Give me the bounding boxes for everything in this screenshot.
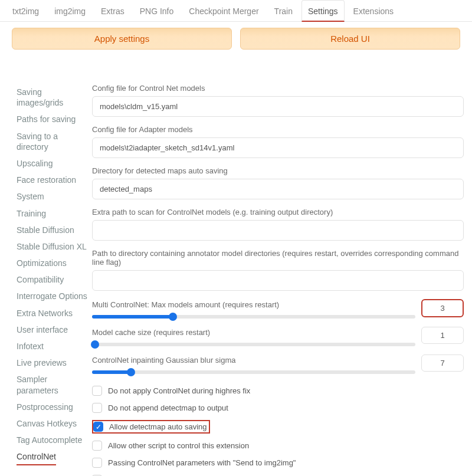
- checkbox-row-5: Show batch images in gradio gallery outp…: [92, 471, 464, 476]
- sidebar-item-face-restoration[interactable]: Face restoration: [17, 172, 88, 188]
- gauss-sigma-label: ControlNet inpainting Gaussian blur sigm…: [92, 356, 415, 365]
- checkbox-label-1: Do not append detectmap to output: [108, 403, 228, 412]
- gauss-sigma-slider[interactable]: [92, 370, 415, 374]
- action-button-row: Apply settings Reload UI: [0, 22, 472, 53]
- sidebar-item-tag-autocomplete[interactable]: Tag Autocomplete: [17, 432, 88, 448]
- detected-dir-input[interactable]: [92, 179, 464, 199]
- cache-size-value[interactable]: 1: [421, 327, 464, 344]
- tab-img2img[interactable]: img2img: [48, 0, 92, 21]
- multi-cn-slider[interactable]: [92, 315, 415, 319]
- checkbox-label-2: Allow detectmap auto saving: [109, 422, 206, 431]
- sidebar-item-postprocessing[interactable]: Postprocessing: [17, 399, 88, 415]
- adapter-config-label: Config file for Adapter models: [92, 125, 464, 134]
- apply-settings-button[interactable]: Apply settings: [12, 28, 232, 50]
- settings-sidebar: Saving images/gridsPaths for savingSavin…: [0, 84, 88, 476]
- sidebar-item-interrogate-options[interactable]: Interrogate Options: [17, 288, 88, 304]
- cn-config-input[interactable]: [92, 96, 464, 117]
- checkbox-row-2: Allow detectmap auto saving: [92, 416, 464, 437]
- settings-main: Config file for Control Net models Confi…: [88, 84, 472, 476]
- sidebar-item-user-interface[interactable]: User interface: [17, 321, 88, 338]
- checkbox-label-3: Allow other script to control this exten…: [108, 441, 249, 450]
- sidebar-item-saving-images-grids[interactable]: Saving images/grids: [17, 84, 88, 111]
- tab-train[interactable]: Train: [268, 0, 299, 21]
- checkbox-row-4: Passing ControlNet parameters with "Send…: [92, 454, 464, 471]
- checkbox-label-4: Passing ControlNet parameters with "Send…: [108, 458, 296, 467]
- sidebar-item-system[interactable]: System: [17, 188, 88, 205]
- sidebar-item-compatibility[interactable]: Compatibility: [17, 271, 88, 288]
- tab-png-info[interactable]: PNG Info: [133, 0, 181, 21]
- sidebar-item-live-previews[interactable]: Live previews: [17, 354, 88, 371]
- sidebar-item-saving-to-a-directory[interactable]: Saving to a directory: [17, 128, 88, 155]
- checkbox-row-3: Allow other script to control this exten…: [92, 437, 464, 454]
- sidebar-item-paths-for-saving[interactable]: Paths for saving: [17, 111, 88, 127]
- sidebar-item-sampler-parameters[interactable]: Sampler parameters: [17, 371, 88, 398]
- extra-path-label: Extra path to scan for ControlNet models…: [92, 208, 464, 216]
- top-tabs: txt2imgimg2imgExtrasPNG InfoCheckpoint M…: [0, 0, 472, 22]
- checkbox-row-1: Do not append detectmap to output: [92, 399, 464, 416]
- sidebar-item-extra-networks[interactable]: Extra Networks: [17, 305, 88, 321]
- adapter-config-input[interactable]: [92, 137, 464, 158]
- tab-extras[interactable]: Extras: [94, 0, 131, 21]
- annotator-dir-label: Path to directory containing annotator m…: [92, 249, 464, 267]
- extra-path-input[interactable]: [92, 220, 464, 241]
- tab-checkpoint-merger[interactable]: Checkpoint Merger: [182, 0, 265, 21]
- gauss-sigma-value[interactable]: 7: [421, 354, 464, 372]
- checkbox-row-0: Do not apply ControlNet during highres f…: [92, 382, 464, 399]
- checkbox-2[interactable]: [93, 422, 103, 432]
- checkbox-1[interactable]: [92, 403, 102, 413]
- sidebar-item-canvas-hotkeys[interactable]: Canvas Hotkeys: [17, 415, 88, 432]
- sidebar-item-upscaling[interactable]: Upscaling: [17, 155, 88, 172]
- annotator-dir-input[interactable]: [92, 270, 464, 291]
- sidebar-item-controlnet[interactable]: ControlNet: [17, 448, 56, 465]
- sidebar-item-optimizations[interactable]: Optimizations: [17, 255, 88, 271]
- tab-settings[interactable]: Settings: [301, 0, 345, 22]
- cn-config-label: Config file for Control Net models: [92, 84, 464, 93]
- sidebar-item-training[interactable]: Training: [17, 205, 88, 222]
- cache-size-slider[interactable]: [92, 343, 415, 346]
- checkbox-0[interactable]: [92, 386, 102, 396]
- checkbox-3[interactable]: [92, 441, 102, 451]
- cache-size-label: Model cache size (requires restart): [92, 328, 415, 337]
- checkbox-4[interactable]: [92, 458, 102, 468]
- multi-cn-value[interactable]: 3: [421, 299, 464, 317]
- tab-txt2img[interactable]: txt2img: [6, 0, 45, 21]
- multi-cn-label: Multi ControlNet: Max models amount (req…: [92, 300, 415, 309]
- detected-dir-label: Directory for detected maps auto saving: [92, 166, 464, 175]
- sidebar-item-infotext[interactable]: Infotext: [17, 338, 88, 354]
- checkbox-label-0: Do not apply ControlNet during highres f…: [108, 386, 250, 395]
- sidebar-item-stable-diffusion-xl[interactable]: Stable Diffusion XL: [17, 238, 88, 255]
- tab-extensions[interactable]: Extensions: [347, 0, 400, 21]
- reload-ui-button[interactable]: Reload UI: [240, 28, 460, 50]
- sidebar-item-stable-diffusion[interactable]: Stable Diffusion: [17, 222, 88, 238]
